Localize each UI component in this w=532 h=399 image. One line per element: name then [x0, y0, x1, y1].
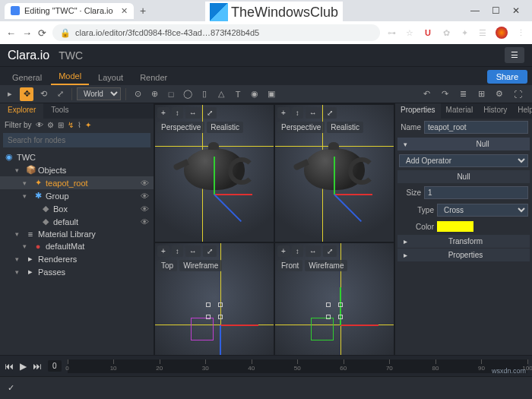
viewport[interactable]: + ↕ ↔ ⤢ Perspective Realistic — [155, 105, 274, 242]
vp-add-icon[interactable]: + — [277, 245, 290, 257]
tab-material[interactable]: Material — [441, 103, 479, 119]
play-button[interactable]: ▶ — [20, 361, 27, 372]
filter-gear-icon[interactable]: ⚙ — [47, 121, 54, 129]
ext-star-icon[interactable]: ☆ — [404, 27, 415, 38]
type-select[interactable]: Cross — [437, 204, 528, 217]
scale-tool-icon[interactable]: ⤢ — [53, 87, 67, 101]
ext-key-icon[interactable]: ⊶ — [386, 27, 397, 38]
url-input[interactable]: 🔒 clara.io/editor/3fcd0984-f8ce-43ad…873… — [52, 24, 380, 41]
vp-zoom-icon[interactable]: ⤢ — [323, 107, 337, 119]
forward-button[interactable]: → — [22, 27, 32, 39]
ext-puzzle-icon[interactable]: ✦ — [459, 27, 470, 38]
tree-node[interactable]: ▾ ▸ Passes — [0, 265, 154, 278]
fullscreen-icon[interactable]: ⛶ — [511, 87, 524, 101]
grid-icon[interactable]: ⊞ — [474, 87, 488, 101]
light-icon[interactable]: ◉ — [248, 87, 261, 101]
properties-section[interactable]: ▸Properties — [397, 249, 530, 261]
minimize-button[interactable]: — — [470, 5, 480, 16]
tree-node[interactable]: ▾ ✱ Group 👁 — [0, 189, 154, 202]
hamburger-menu[interactable]: ☰ — [505, 47, 524, 63]
rotate-tool-icon[interactable]: ⟲ — [36, 87, 50, 101]
prim-cube-icon[interactable]: □ — [164, 87, 178, 101]
vp-move-icon[interactable]: ↕ — [292, 245, 303, 257]
new-tab-button[interactable]: + — [140, 5, 146, 17]
space-selector[interactable]: World — [77, 87, 121, 100]
vp-move-icon[interactable]: ↕ — [292, 107, 303, 119]
tree-node[interactable]: ▾ 📦 Objects — [0, 163, 154, 176]
forward-button[interactable]: ⏭ — [33, 361, 42, 372]
tab-tools[interactable]: Tools — [43, 103, 76, 119]
vp-zoom-icon[interactable]: ⤢ — [203, 107, 217, 119]
layers-icon[interactable]: ≣ — [456, 87, 470, 101]
vp-view-name[interactable]: Top — [157, 260, 177, 271]
vp-move-icon[interactable]: ↕ — [172, 245, 183, 257]
back-button[interactable]: ← — [6, 27, 16, 39]
magnet-icon[interactable]: ⊕ — [147, 87, 161, 101]
tree-node[interactable]: ▾ ▸ Renderers — [0, 252, 154, 265]
vp-pan-icon[interactable]: ↔ — [185, 107, 201, 119]
vp-shading-mode[interactable]: Wireframe — [179, 260, 222, 271]
close-window-button[interactable]: ✕ — [512, 5, 520, 16]
vp-add-icon[interactable]: + — [157, 245, 169, 257]
visibility-icon[interactable]: 👁 — [141, 217, 149, 226]
vp-add-icon[interactable]: + — [157, 107, 169, 119]
timeline-track[interactable]: 0102030405060708090100 — [68, 359, 527, 373]
vp-view-name[interactable]: Front — [277, 260, 302, 271]
tab-explorer[interactable]: Explorer — [0, 103, 43, 119]
vp-pan-icon[interactable]: ↔ — [306, 107, 321, 119]
browser-tab[interactable]: Editing "TWC" · Clara.io ✕ — [5, 3, 134, 19]
avatar[interactable] — [496, 27, 508, 39]
vp-shading-mode[interactable]: Realistic — [207, 122, 243, 133]
redo-icon[interactable]: ↷ — [438, 87, 451, 101]
null-section[interactable]: Null — [397, 170, 530, 183]
tab-general[interactable]: General — [5, 70, 49, 85]
vp-view-name[interactable]: Perspective — [277, 122, 325, 133]
text-tool-icon[interactable]: T — [231, 87, 245, 101]
prim-torus-icon[interactable]: ◯ — [181, 87, 195, 101]
vp-zoom-icon[interactable]: ⤢ — [323, 245, 337, 257]
close-tab-icon[interactable]: ✕ — [121, 6, 128, 16]
camera-icon[interactable]: ▣ — [264, 87, 278, 101]
size-input[interactable] — [424, 186, 528, 199]
vp-shading-mode[interactable]: Wireframe — [305, 260, 347, 271]
tree-node[interactable]: ▾ ≡ Material Library — [0, 228, 154, 240]
ext-gear-icon[interactable]: ✿ — [441, 27, 451, 38]
tab-render[interactable]: Render — [132, 70, 175, 85]
null-header[interactable]: ▾Null — [397, 138, 530, 150]
tab-properties[interactable]: Properties — [395, 103, 441, 119]
vp-view-name[interactable]: Perspective — [157, 122, 204, 133]
vp-move-icon[interactable]: ↕ — [172, 107, 183, 119]
vp-pan-icon[interactable]: ↔ — [185, 245, 201, 257]
add-operator-select[interactable]: Add Operator — [399, 154, 528, 167]
filter-null-icon[interactable]: ↯ — [68, 121, 74, 129]
tree-node[interactable]: ◆ default 👁 — [0, 215, 154, 228]
visibility-icon[interactable]: 👁 — [141, 179, 149, 188]
transform-section[interactable]: ▸Transform — [397, 235, 530, 248]
tab-history[interactable]: History — [478, 103, 512, 119]
ext-list-icon[interactable]: ☰ — [477, 27, 488, 38]
cursor-tool-icon[interactable]: ▸ — [3, 87, 17, 101]
tab-help[interactable]: Help — [512, 103, 532, 119]
vp-add-icon[interactable]: + — [277, 107, 290, 119]
frame-display[interactable]: 0 — [48, 360, 62, 372]
filter-eye-icon[interactable]: 👁 — [36, 121, 43, 129]
menu-icon[interactable]: ⋮ — [515, 27, 526, 38]
visibility-icon[interactable]: 👁 — [141, 204, 149, 214]
tree-root[interactable]: ◉ TWC — [0, 150, 154, 163]
filter-mesh-icon[interactable]: ⊞ — [58, 121, 64, 129]
visibility-icon[interactable]: 👁 — [141, 192, 149, 201]
reload-button[interactable]: ⟳ — [38, 27, 46, 39]
vp-pan-icon[interactable]: ↔ — [306, 245, 321, 257]
tab-layout[interactable]: Layout — [90, 70, 131, 85]
vp-zoom-icon[interactable]: ⤢ — [203, 245, 217, 257]
viewport[interactable]: + ↕ ↔ ⤢ Perspective Realistic — [275, 105, 394, 242]
vp-shading-mode[interactable]: Realistic — [327, 122, 363, 133]
maximize-button[interactable]: ☐ — [492, 5, 500, 16]
color-swatch[interactable] — [437, 221, 473, 232]
tab-model[interactable]: Model — [51, 68, 89, 85]
move-tool-icon[interactable]: ✥ — [20, 87, 33, 101]
snap-icon[interactable]: ⊙ — [131, 87, 144, 101]
search-input[interactable] — [3, 133, 150, 147]
rewind-button[interactable]: ⏮ — [5, 361, 14, 372]
filter-bone-icon[interactable]: ⌇ — [78, 121, 81, 129]
